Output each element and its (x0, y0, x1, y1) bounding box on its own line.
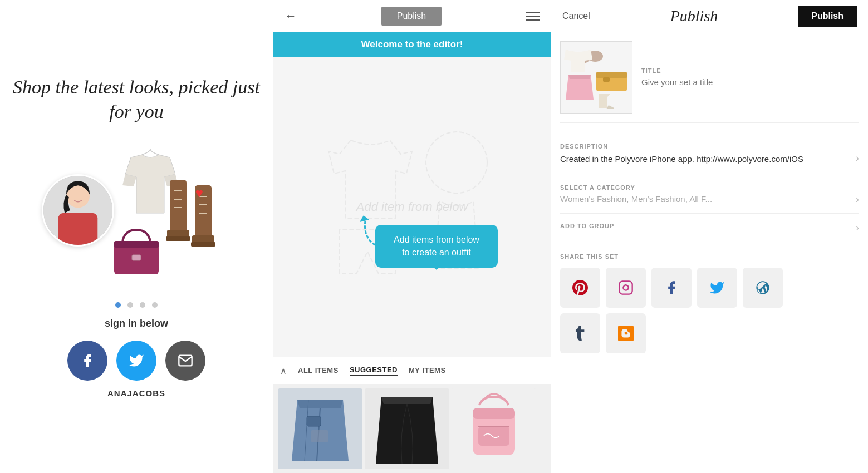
hamburger-line (526, 19, 540, 21)
welcome-text: Welcome to the editor! (361, 39, 463, 50)
svg-rect-36 (596, 72, 627, 78)
hamburger-line (526, 12, 540, 13)
set-preview-section: TITLE (560, 41, 859, 123)
items-tabs: ∧ ALL ITEMS SUGGESTED MY ITEMS (273, 357, 551, 384)
tooltip-line1: Add items from below (394, 235, 479, 244)
editor-header: ← Publish (273, 0, 551, 32)
description-chevron-icon: › (856, 153, 859, 163)
tab-suggested[interactable]: SUGGESTED (350, 366, 398, 376)
set-thumbnail (560, 41, 632, 114)
item-card-denim-skirt[interactable] (278, 388, 362, 469)
avatar (42, 174, 114, 247)
promo-image-area: ♥ (42, 141, 231, 280)
heart-icon: ♥ (195, 185, 203, 201)
menu-button[interactable] (526, 12, 540, 21)
description-content: Created in the Polyvore iPhone app. http… (560, 153, 849, 166)
svg-rect-23 (307, 416, 321, 426)
category-row: Women's Fashion, Men's Fashion, All F...… (560, 194, 859, 204)
dot-2[interactable] (127, 302, 133, 308)
tab-all-items[interactable]: ALL ITEMS (298, 366, 339, 376)
item-card-pink-bag[interactable] (452, 388, 536, 469)
blogger-share-button[interactable] (606, 313, 646, 353)
items-grid (273, 384, 551, 473)
svg-point-18 (426, 132, 487, 193)
category-text: Women's Fashion, Men's Fashion, All F... (560, 194, 849, 204)
twitter-share-button[interactable] (697, 268, 737, 308)
share-label: SHARE THIS SET (560, 253, 859, 260)
dot-4[interactable] (152, 302, 158, 308)
group-label: ADD TO GROUP (560, 223, 849, 229)
dot-3[interactable] (140, 302, 145, 308)
sign-in-label: sign in below (105, 318, 168, 329)
tagline: Shop the latest looks, picked just for y… (11, 75, 262, 124)
social-login-buttons (67, 341, 205, 381)
editor-panel: ← Publish Welcome to the editor! Add (273, 0, 551, 473)
svg-rect-37 (603, 77, 610, 82)
group-chevron-icon: › (856, 223, 859, 233)
svg-rect-16 (114, 241, 159, 248)
back-button[interactable]: ← (285, 9, 297, 23)
facebook-login-button[interactable] (67, 341, 107, 381)
facebook-share-button[interactable] (651, 268, 692, 308)
share-icons-row-2 (560, 313, 859, 353)
description-section[interactable]: DESCRIPTION Created in the Polyvore iPho… (560, 134, 859, 175)
publish-panel: Cancel Publish Publish (551, 0, 868, 473)
tab-my-items[interactable]: MY ITEMS (409, 366, 446, 376)
share-icons-row-1 (560, 268, 859, 308)
group-section[interactable]: ADD TO GROUP › (560, 214, 859, 242)
cancel-button[interactable]: Cancel (562, 11, 590, 21)
dot-1[interactable] (115, 302, 121, 308)
welcome-bar: Welcome to the editor! (273, 32, 551, 57)
publish-title: Publish (670, 7, 718, 25)
category-chevron-icon: › (856, 194, 859, 204)
description-row: Created in the Polyvore iPhone app. http… (560, 153, 859, 166)
category-label: SELECT A CATEGORY (560, 184, 859, 191)
left-panel: Shop the latest looks, picked just for y… (0, 0, 273, 473)
tooltip-line2: to create an outfit (402, 248, 471, 257)
publish-center-button[interactable]: Publish (381, 7, 442, 26)
publish-content: TITLE DESCRIPTION Created in the Polyvor… (551, 32, 868, 473)
svg-rect-25 (311, 430, 328, 442)
pinterest-share-button[interactable] (560, 268, 600, 308)
email-login-button[interactable] (165, 341, 205, 381)
description-text: Created in the Polyvore iPhone app. http… (560, 153, 849, 166)
publish-button[interactable]: Publish (798, 6, 857, 27)
svg-rect-11 (191, 242, 215, 247)
items-bottom-bar: ∧ ALL ITEMS SUGGESTED MY ITEMS (273, 357, 551, 473)
hamburger-line (526, 16, 540, 17)
wordpress-share-button[interactable] (743, 268, 783, 308)
instagram-share-button[interactable] (606, 268, 646, 308)
group-content: ADD TO GROUP (560, 223, 849, 233)
title-input[interactable] (641, 77, 859, 87)
svg-rect-2 (58, 213, 98, 245)
tooltip-bubble: Add items from below to create an outfit (375, 225, 498, 268)
pagination-dots (115, 302, 158, 308)
outfit-display: ♥ (109, 141, 231, 280)
category-content: Women's Fashion, Men's Fashion, All F... (560, 194, 849, 204)
svg-rect-29 (473, 408, 515, 419)
publish-header: Cancel Publish Publish (551, 0, 868, 32)
title-section: TITLE (641, 67, 859, 87)
item-card-black-skirt[interactable] (365, 388, 449, 469)
twitter-login-button[interactable] (116, 341, 156, 381)
editor-canvas[interactable]: Add item from below Add items from below… (273, 57, 551, 357)
share-section: SHARE THIS SET (560, 242, 859, 353)
description-label: DESCRIPTION (560, 143, 859, 150)
collapse-button[interactable]: ∧ (280, 366, 287, 376)
title-label: TITLE (641, 67, 859, 74)
svg-rect-30 (478, 426, 509, 446)
svg-rect-17 (132, 255, 141, 260)
category-section[interactable]: SELECT A CATEGORY Women's Fashion, Men's… (560, 175, 859, 214)
group-row: ADD TO GROUP › (560, 223, 859, 233)
svg-rect-38 (619, 281, 632, 294)
username-label: ANAJACOBS (107, 388, 165, 398)
tumblr-share-button[interactable] (560, 313, 600, 353)
